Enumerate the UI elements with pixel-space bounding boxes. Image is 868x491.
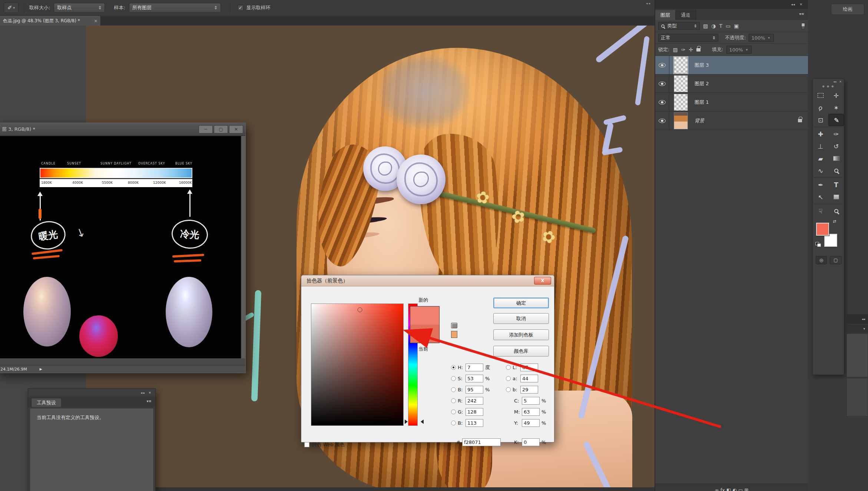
type-filter-icon[interactable]: T — [719, 23, 722, 29]
reference-window-titlebar[interactable]: 层 3, RGB/8) * ─ ▢ ✕ — [0, 123, 245, 136]
gamut-safe-swatch[interactable] — [451, 331, 457, 338]
collapsed-panel-block[interactable] — [847, 334, 868, 377]
b-radio[interactable] — [451, 387, 456, 392]
close-icon[interactable]: ✕ — [839, 80, 842, 85]
tool-dodge[interactable] — [828, 165, 844, 177]
window-scroll-strip[interactable] — [242, 136, 245, 358]
close-button[interactable]: ✕ — [229, 125, 243, 133]
h-input[interactable] — [466, 364, 483, 371]
layer-row-2[interactable]: 图层 2 — [655, 74, 808, 93]
c-input[interactable] — [522, 397, 540, 405]
collapse-icon[interactable]: ◂◂ — [791, 3, 795, 6]
filter-type-select[interactable]: 类型 ⇕ — [658, 22, 700, 30]
shape-filter-icon[interactable]: ▭ — [726, 23, 730, 29]
opacity-value[interactable]: 100% ▾ — [749, 34, 774, 42]
background-color-swatch[interactable] — [824, 234, 837, 247]
tool-marquee[interactable] — [813, 89, 828, 102]
tool-magic-wand[interactable]: ✶ — [828, 102, 844, 114]
r-input[interactable] — [466, 397, 483, 405]
tool-shape[interactable] — [828, 191, 844, 203]
g-radio[interactable] — [451, 409, 456, 414]
tool-zoom[interactable] — [828, 205, 844, 217]
b2-radio[interactable] — [451, 421, 456, 425]
bb-radio[interactable] — [506, 387, 511, 392]
status-arrow-icon[interactable]: ▶ — [40, 367, 42, 371]
y-input[interactable] — [522, 419, 540, 427]
collapse-icon[interactable]: ◂◂ — [833, 80, 836, 85]
dialog-titlebar[interactable]: 拾色器（前景色） X — [301, 275, 554, 286]
layer-thumbnail[interactable] — [674, 112, 688, 129]
hue-slider-arrow[interactable] — [405, 419, 410, 424]
tool-hand[interactable]: ☟ — [813, 205, 828, 217]
tool-lasso[interactable]: ϙ — [813, 102, 828, 114]
close-icon[interactable]: ✕ — [148, 391, 152, 395]
swap-colors-icon[interactable]: ⇄ — [833, 219, 836, 224]
collapse-icon[interactable]: ◂◂ — [646, 1, 651, 5]
tools-panel-grip[interactable]: ● ● ● — [813, 85, 844, 89]
layer-name[interactable]: 图层 2 — [695, 80, 709, 87]
lock-transparency-icon[interactable]: ▨ — [673, 47, 677, 53]
tool-brush[interactable]: ✑ — [828, 128, 844, 140]
dialog-close-button[interactable]: X — [534, 277, 551, 285]
color-libraries-button[interactable]: 颜色库 — [493, 346, 549, 356]
tool-eyedropper[interactable]: ✐ — [828, 114, 844, 126]
collapsed-panel-strip[interactable]: ▾ — [847, 325, 868, 333]
s-input[interactable] — [466, 375, 483, 382]
collapse-icon[interactable]: ◂◂ — [140, 391, 145, 395]
visibility-toggle[interactable] — [655, 74, 669, 93]
sample-select[interactable]: 所有图层 ⇕ — [129, 3, 221, 13]
tool-crop[interactable]: ⊡ — [813, 114, 828, 126]
ok-button[interactable]: 确定 — [493, 298, 549, 308]
a-input[interactable] — [520, 375, 538, 382]
tool-move[interactable]: ✛ — [828, 89, 844, 102]
bb-input[interactable] — [520, 386, 538, 394]
show-ring-checkbox[interactable]: ✓ — [238, 5, 243, 11]
tool-clone-stamp[interactable]: ⊥ — [813, 140, 828, 152]
gamut-warning-icon[interactable] — [451, 323, 457, 328]
current-tool-badge[interactable]: ✐ ▾ — [4, 3, 19, 13]
smartobject-filter-icon[interactable]: ▣ — [734, 23, 739, 29]
layer-name[interactable]: 图层 1 — [695, 99, 709, 106]
tab-layers[interactable]: 图层 — [655, 10, 676, 20]
reference-window[interactable]: 层 3, RGB/8) * ─ ▢ ✕ CANDLE SUNSET SUNNY … — [0, 123, 246, 373]
tool-gradient[interactable] — [828, 152, 844, 165]
pixel-filter-icon[interactable]: ▨ — [703, 23, 708, 29]
a-radio[interactable] — [506, 376, 511, 381]
lock-all-icon[interactable] — [696, 48, 700, 52]
b2-input[interactable] — [466, 419, 483, 427]
visibility-toggle[interactable] — [655, 112, 669, 130]
default-colors-icon[interactable] — [815, 242, 821, 246]
layer-row-1[interactable]: 图层 1 — [655, 93, 808, 112]
b-input[interactable] — [466, 386, 483, 394]
blend-mode-select[interactable]: 正常 ⇕ — [658, 34, 718, 42]
cancel-button[interactable]: 取消 — [493, 313, 549, 324]
h-radio[interactable] — [451, 365, 456, 370]
hex-input[interactable] — [462, 438, 501, 446]
document-tab[interactable]: 色温.jpg @ 48.3% (图层 3, RGB/8) * × — [0, 16, 101, 26]
screen-mode-button[interactable]: ▢ — [830, 256, 842, 264]
maximize-button[interactable]: ▢ — [214, 125, 228, 133]
tool-history-brush[interactable]: ↺ — [828, 140, 844, 152]
s-radio[interactable] — [451, 376, 456, 381]
filter-toggle-icon[interactable] — [801, 23, 805, 29]
layer-thumbnail[interactable] — [674, 75, 688, 92]
tool-pen[interactable]: ✒ — [813, 179, 828, 191]
collapsed-panel-block[interactable] — [847, 378, 868, 417]
tool-healing-brush[interactable]: ✚ — [813, 128, 828, 140]
l-input[interactable] — [520, 364, 538, 371]
m-input[interactable] — [522, 408, 540, 416]
g-input[interactable] — [466, 408, 483, 416]
tool-eraser[interactable]: ▰ — [813, 152, 828, 165]
layer-thumbnail[interactable] — [674, 94, 688, 111]
quick-mask-button[interactable]: ◎ — [816, 256, 827, 264]
layer-name[interactable]: 背景 — [695, 117, 704, 124]
saturation-brightness-field[interactable] — [311, 303, 404, 426]
collapsed-panel-strip[interactable]: ◂◂ — [847, 314, 868, 324]
l-radio[interactable] — [506, 365, 511, 370]
layer-name[interactable]: 图层 3 — [695, 62, 709, 69]
r-radio[interactable] — [451, 398, 456, 403]
panel-menu-icon[interactable]: ▾≡ — [799, 12, 804, 16]
tab-channels[interactable]: 通道 — [676, 10, 696, 20]
layers-panel-footer[interactable]: ∞ fx ◧ ◐ ▭ ⊞ — [655, 484, 808, 491]
web-only-checkbox[interactable] — [304, 442, 309, 447]
